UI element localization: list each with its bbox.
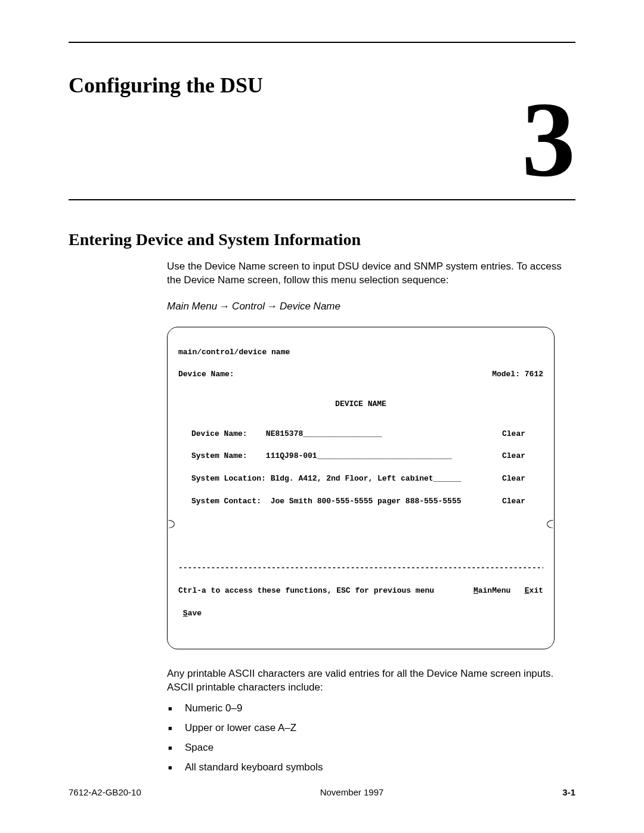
exit-link[interactable]: Exit bbox=[525, 586, 543, 595]
nav-b: Control bbox=[232, 301, 265, 312]
field-value[interactable]: NE815378_________________ bbox=[266, 429, 382, 440]
terminal-field-row: System Name: 111QJ98-001________________… bbox=[178, 451, 543, 462]
page-footer: 7612-A2-GB20-10 November 1997 3-1 bbox=[69, 787, 575, 797]
field-label: Device Name: bbox=[191, 429, 266, 440]
clear-button[interactable]: Clear bbox=[502, 496, 543, 507]
list-item: All standard keyboard symbols bbox=[181, 762, 575, 772]
chapter-number: 3 bbox=[69, 86, 575, 193]
field-label: System Contact: bbox=[191, 496, 266, 507]
arrow-icon: → bbox=[217, 301, 232, 312]
terminal-model-value: 7612 bbox=[525, 370, 543, 379]
rule-top bbox=[69, 42, 575, 43]
terminal-path: main/control/device name bbox=[178, 347, 543, 358]
field-value[interactable]: 111QJ98-001_____________________________ bbox=[266, 451, 452, 462]
field-value[interactable]: Bldg. A412, 2nd Floor, Left cabinet_____… bbox=[266, 473, 462, 485]
footer-date: November 1997 bbox=[320, 787, 384, 797]
field-value[interactable]: Joe Smith 800-555-5555 pager 888-555-555… bbox=[266, 496, 462, 507]
nav-c: Device Name bbox=[280, 301, 340, 312]
terminal-screen-label: Device Name: bbox=[178, 369, 234, 380]
rule-mid bbox=[69, 199, 575, 200]
nav-a: Main Menu bbox=[167, 301, 217, 312]
terminal-field-row: System Location: Bldg. A412, 2nd Floor, … bbox=[178, 473, 543, 485]
clear-button[interactable]: Clear bbox=[502, 451, 543, 462]
post-terminal-text: Any printable ASCII characters are valid… bbox=[167, 667, 575, 695]
terminal-screen: main/control/device name Device Name:Mod… bbox=[167, 327, 555, 649]
section-title: Entering Device and System Information bbox=[69, 230, 575, 249]
page-break-icon bbox=[168, 519, 554, 528]
field-label: System Location: bbox=[191, 473, 266, 485]
footer-docnum: 7612-A2-GB20-10 bbox=[69, 787, 141, 797]
terminal-model-label: Model: bbox=[492, 370, 520, 379]
list-item: Numeric 0–9 bbox=[181, 703, 575, 713]
menu-path: Main Menu→Control→Device Name bbox=[167, 301, 575, 312]
clear-button[interactable]: Clear bbox=[502, 473, 543, 485]
section-intro: Use the Device Name screen to input DSU … bbox=[167, 260, 575, 287]
terminal-field-row: System Contact: Joe Smith 800-555-5555 p… bbox=[178, 496, 543, 507]
terminal-help: Ctrl-a to access these functions, ESC fo… bbox=[178, 586, 434, 597]
terminal-heading: DEVICE NAME bbox=[178, 399, 543, 410]
arrow-icon: → bbox=[265, 301, 280, 312]
list-item: Space bbox=[181, 742, 575, 753]
field-label: System Name: bbox=[191, 451, 266, 462]
ascii-list: Numeric 0–9 Upper or lower case A–Z Spac… bbox=[167, 703, 575, 772]
mainmenu-link[interactable]: MainMenu bbox=[473, 586, 510, 595]
clear-button[interactable]: Clear bbox=[502, 429, 543, 440]
terminal-field-row: Device Name: NE815378_________________Cl… bbox=[178, 429, 543, 440]
save-link[interactable]: Save bbox=[183, 609, 202, 618]
list-item: Upper or lower case A–Z bbox=[181, 723, 575, 733]
terminal-separator: ----------------------------------------… bbox=[178, 563, 543, 574]
footer-page: 3-1 bbox=[562, 787, 575, 797]
